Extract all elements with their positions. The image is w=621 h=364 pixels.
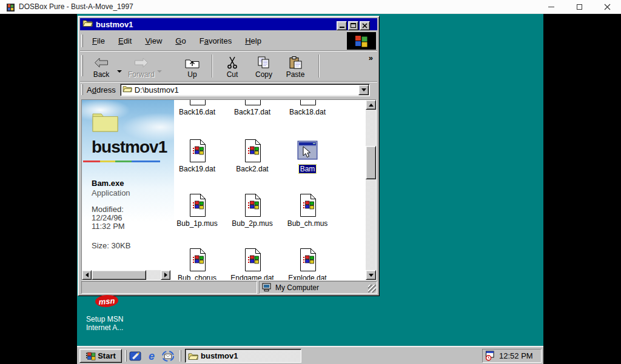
file-Explode.dat[interactable]: Explode.dat <box>283 248 332 280</box>
windows-logo-throbber <box>347 32 376 50</box>
file-label: Endgame.dat <box>229 274 275 280</box>
addressbar-grip[interactable] <box>81 84 83 95</box>
show-desktop-icon[interactable] <box>129 350 142 362</box>
back-dropdown-caret[interactable] <box>117 70 122 73</box>
horizontal-scrollbar[interactable] <box>82 270 170 280</box>
menu-view[interactable]: View <box>138 34 169 48</box>
toolbar-grip[interactable] <box>81 55 83 76</box>
file-Bub_2p.mus[interactable]: Bub_2p.mus <box>228 193 277 228</box>
file-label: Back16.dat <box>178 108 217 116</box>
explorer-window: bustmov1 FileEditViewGoFavoritesHelp <box>78 16 380 296</box>
resize-grip[interactable] <box>368 285 376 293</box>
dosbox-title: DOSBox Pure - Bust-A-Move_1997 <box>19 2 133 11</box>
file-label: Bub_ch.mus <box>286 219 329 228</box>
explorer-titlebar[interactable]: bustmov1 <box>80 18 377 30</box>
menu-favorites[interactable]: Favorites <box>193 34 238 48</box>
menu-go[interactable]: Go <box>169 34 192 48</box>
window-title: bustmov1 <box>96 20 133 29</box>
folder-content: bustmov1 Bam.exe Application Modified: 1… <box>81 99 377 280</box>
file-label: Back2.dat <box>235 165 269 173</box>
document-icon <box>174 139 221 163</box>
address-label: Address <box>87 85 116 94</box>
mouse-cursor <box>303 146 310 160</box>
file-Endgame.dat[interactable]: Endgame.dat <box>228 248 277 280</box>
dosbox-titlebar[interactable]: DOSBox Pure - Bust-A-Move_1997 <box>0 0 621 14</box>
close-button[interactable] <box>360 21 370 30</box>
msn-icon-label: Setup MSN Internet A... <box>86 315 123 332</box>
paste-button[interactable]: Paste <box>280 53 311 79</box>
large-folder-icon <box>92 111 119 136</box>
file-Back17.dat[interactable]: Back17.dat <box>228 100 277 117</box>
taskbar: Start e bustmov1 <box>77 346 543 364</box>
file-label: Bam <box>299 165 317 173</box>
file-Back2.dat[interactable]: Back2.dat <box>228 139 277 174</box>
toolbar-overflow-chevron[interactable]: » <box>369 53 372 62</box>
scroll-up-button[interactable] <box>366 100 376 110</box>
copy-icon <box>257 56 270 70</box>
menu-file[interactable]: File <box>86 34 112 48</box>
file-Bam[interactable]: Bam <box>283 139 332 174</box>
file-Back19.dat[interactable]: Back19.dat <box>174 139 221 174</box>
my-computer-icon <box>262 283 272 292</box>
selected-file-modified: Modified: 12/24/96 11:32 PM <box>92 205 125 231</box>
quicklaunch-grip[interactable] <box>125 350 127 362</box>
outlook-express-icon[interactable] <box>161 350 175 362</box>
folder-icon <box>82 19 93 30</box>
status-pane-left <box>81 281 257 294</box>
minimize-button[interactable] <box>337 21 347 30</box>
vertical-scroll-thumb[interactable] <box>366 146 376 179</box>
menu-bar: FileEditViewGoFavoritesHelp <box>80 32 377 50</box>
internet-explorer-icon[interactable]: e <box>145 350 158 362</box>
forward-button[interactable]: Forward <box>126 53 157 79</box>
file-grid: Back16.dat Back17.dat Back18.dat Back19.… <box>174 100 366 280</box>
status-bar: My Computer <box>80 280 377 294</box>
cut-button[interactable]: Cut <box>217 53 248 79</box>
paste-icon <box>289 56 303 70</box>
file-Back18.dat[interactable]: Back18.dat <box>283 100 332 117</box>
menu-edit[interactable]: Edit <box>112 34 138 48</box>
file-label: Back17.dat <box>233 108 272 116</box>
document-icon <box>174 193 221 217</box>
host-maximize-button[interactable] <box>565 0 593 14</box>
msn-logo: msn <box>95 294 118 308</box>
address-dropdown-button[interactable] <box>358 85 369 95</box>
up-button[interactable]: Up <box>176 53 208 79</box>
file-Bub_ch.mus[interactable]: Bub_ch.mus <box>283 193 332 228</box>
copy-button[interactable]: Copy <box>248 53 280 79</box>
document-icon <box>228 139 277 163</box>
scroll-down-button[interactable] <box>366 270 376 280</box>
file-label: Bub_1p.mus <box>175 219 218 228</box>
file-label: Bub_chorus <box>176 274 218 280</box>
selected-file-name: Bam.exe <box>92 179 124 188</box>
toolbar: Back Forward Up <box>80 50 377 81</box>
horizontal-scroll-thumb[interactable] <box>92 270 146 280</box>
back-button[interactable]: Back <box>86 53 117 79</box>
file-Back16.dat[interactable]: Back16.dat <box>174 100 221 117</box>
address-input[interactable]: D:\bustmov1 <box>120 84 370 96</box>
maximize-button[interactable] <box>348 21 358 30</box>
document-icon <box>228 248 277 272</box>
system-tray[interactable]: 12:52 PM <box>482 349 542 363</box>
address-bar: Address D:\bustmov1 <box>80 81 377 98</box>
vertical-scrollbar[interactable] <box>366 100 376 280</box>
menubar-grip[interactable] <box>81 35 83 47</box>
file-Bub_chorus[interactable]: Bub_chorus <box>174 248 221 280</box>
host-minimize-button[interactable] <box>537 0 565 14</box>
scroll-right-button[interactable] <box>161 270 170 280</box>
file-label: Explode.dat <box>287 274 327 280</box>
taskbar-button-bustmov1[interactable]: bustmov1 <box>185 349 301 363</box>
document-icon <box>174 248 221 272</box>
taskband-grip[interactable] <box>180 350 181 362</box>
menu-bar-items: FileEditViewGoFavoritesHelp <box>86 34 268 48</box>
host-close-button[interactable] <box>593 0 621 14</box>
document-icon <box>283 193 332 217</box>
file-Bub_1p.mus[interactable]: Bub_1p.mus <box>174 193 221 228</box>
start-button[interactable]: Start <box>79 349 122 363</box>
scroll-left-button[interactable] <box>82 270 92 280</box>
menu-help[interactable]: Help <box>238 34 268 48</box>
status-zone-text: My Computer <box>275 283 319 292</box>
emulated-desktop: bustmov1 FileEditViewGoFavoritesHelp <box>77 14 543 364</box>
selected-file-type: Application <box>92 188 130 197</box>
forward-dropdown-caret[interactable] <box>157 70 162 73</box>
application-icon <box>283 139 332 163</box>
